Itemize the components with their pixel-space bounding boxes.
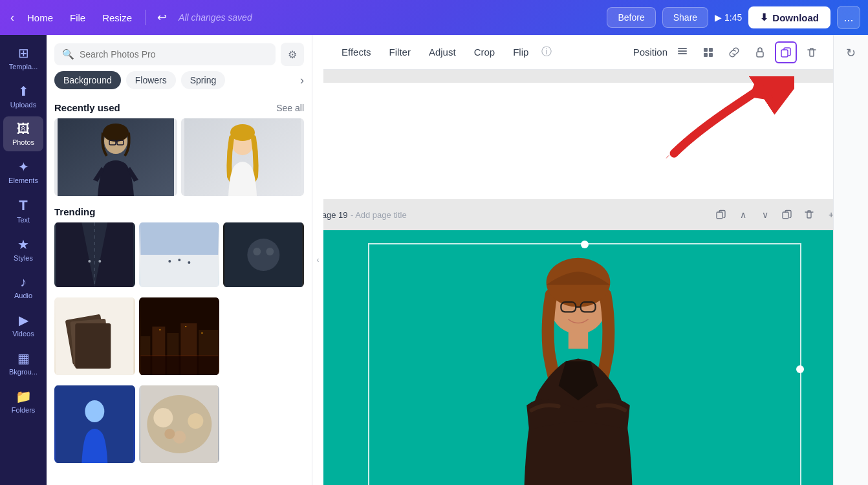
sidebar-item-photos[interactable]: 🖼 Photos bbox=[3, 116, 43, 151]
crop-button[interactable]: Crop bbox=[466, 43, 503, 61]
sidebar-label-background: Bkgrou... bbox=[9, 368, 38, 376]
folders-icon: 📁 bbox=[16, 389, 32, 404]
trending-title: Trending bbox=[54, 206, 95, 217]
see-all-link[interactable]: See all bbox=[276, 103, 304, 113]
adjust-button[interactable]: Adjust bbox=[421, 43, 464, 61]
resize-button[interactable]: Resize bbox=[96, 8, 138, 27]
play-icon[interactable]: ▶ bbox=[715, 12, 722, 23]
filter-button[interactable]: ⚙ bbox=[281, 43, 304, 66]
download-button[interactable]: ⬇ Download bbox=[748, 6, 830, 28]
audio-icon: ♪ bbox=[20, 275, 27, 290]
before-button[interactable]: Before bbox=[607, 7, 655, 28]
page-actions: ∧ ∨ + bbox=[712, 206, 833, 224]
search-input-wrap[interactable]: 🔍 bbox=[54, 43, 276, 65]
page-duplicate-button[interactable] bbox=[712, 206, 730, 224]
sidebar-label-folders: Folders bbox=[12, 406, 36, 414]
layers-icon-button[interactable] bbox=[671, 41, 693, 63]
page-copy-button[interactable] bbox=[778, 206, 796, 224]
recently-used-header: Recently used See all bbox=[54, 102, 304, 113]
recent-photo-1[interactable] bbox=[54, 118, 177, 196]
trending-photo-1[interactable] bbox=[54, 222, 135, 287]
trash-icon-button[interactable] bbox=[801, 41, 823, 63]
main-area: ⊞ Templa... ⬆ Uploads 🖼 Photos ✦ Element… bbox=[0, 35, 868, 485]
page-top bbox=[323, 83, 833, 199]
file-button[interactable]: File bbox=[63, 8, 92, 27]
trending-photo-4[interactable] bbox=[54, 297, 135, 375]
sidebar-label-uploads: Uploads bbox=[10, 101, 36, 109]
tags-scroll-right[interactable]: › bbox=[300, 74, 304, 87]
home-button[interactable]: Home bbox=[21, 8, 60, 27]
trending-photo-5[interactable] bbox=[139, 297, 220, 375]
sidebar-item-templates[interactable]: ⊞ Templa... bbox=[3, 40, 43, 76]
sidebar-label-audio: Audio bbox=[14, 292, 32, 299]
trending-photo-2[interactable] bbox=[139, 222, 220, 287]
effects-button[interactable]: Effects bbox=[334, 43, 379, 61]
download-icon: ⬇ bbox=[760, 12, 768, 23]
uploads-icon: ⬆ bbox=[18, 83, 29, 99]
page-down-button[interactable]: ∨ bbox=[756, 206, 774, 224]
svg-rect-56 bbox=[717, 212, 722, 219]
sidebar-item-text[interactable]: T Text bbox=[3, 192, 43, 229]
videos-icon: ▶ bbox=[19, 312, 28, 328]
svg-rect-45 bbox=[678, 50, 687, 52]
search-input[interactable] bbox=[80, 49, 268, 59]
sidebar-item-audio[interactable]: ♪ Audio bbox=[3, 270, 43, 305]
search-bar: 🔍 ⚙ bbox=[47, 35, 312, 71]
svg-point-17 bbox=[188, 261, 190, 264]
more-options-button[interactable]: ... bbox=[837, 6, 860, 29]
duplicate-icon-button[interactable] bbox=[775, 41, 797, 63]
svg-point-12 bbox=[98, 260, 101, 263]
handle-right-center[interactable] bbox=[796, 365, 804, 373]
flip-button[interactable]: Flip bbox=[505, 43, 536, 61]
svg-point-38 bbox=[85, 400, 104, 422]
back-button[interactable]: ‹ bbox=[8, 8, 17, 27]
grid-icon-button[interactable] bbox=[697, 41, 719, 63]
top-bar: ‹ Home File Resize ↩ All changes saved B… bbox=[0, 0, 868, 35]
canvas-area: Effects Filter Adjust Crop Flip ⓘ Positi… bbox=[323, 35, 833, 485]
svg-rect-48 bbox=[704, 48, 708, 52]
panel-content: Recently used See all bbox=[47, 96, 312, 485]
play-time: ▶ 1:45 bbox=[715, 12, 742, 23]
sidebar-item-elements[interactable]: ✦ Elements bbox=[3, 154, 43, 189]
sidebar-label-templates: Templa... bbox=[9, 63, 38, 70]
sidebar-label-elements: Elements bbox=[8, 177, 38, 184]
photos-icon: 🖼 bbox=[17, 122, 30, 136]
trending-photo-3[interactable] bbox=[223, 222, 304, 287]
sidebar-label-photos: Photos bbox=[12, 138, 34, 146]
svg-rect-35 bbox=[140, 356, 218, 375]
svg-point-41 bbox=[153, 408, 173, 427]
filter-button[interactable]: Filter bbox=[382, 43, 418, 61]
tag-background[interactable]: Background bbox=[54, 71, 121, 89]
collapse-panel-button[interactable]: ‹ bbox=[312, 35, 323, 485]
trending-photo-6[interactable] bbox=[54, 385, 135, 463]
templates-icon: ⊞ bbox=[18, 45, 29, 61]
sidebar-item-folders[interactable]: 📁 Folders bbox=[3, 383, 43, 419]
page-up-button[interactable]: ∧ bbox=[734, 206, 752, 224]
svg-point-15 bbox=[168, 260, 171, 263]
sidebar-item-videos[interactable]: ▶ Videos bbox=[3, 307, 43, 343]
trending-header: Trending bbox=[54, 206, 304, 217]
recently-used-grid bbox=[54, 118, 304, 196]
svg-point-34 bbox=[201, 332, 202, 334]
tag-flowers[interactable]: Flowers bbox=[126, 71, 176, 89]
undo-button[interactable]: ↩ bbox=[152, 8, 172, 27]
page-delete-button[interactable] bbox=[800, 206, 818, 224]
recent-photo-2[interactable] bbox=[181, 118, 304, 196]
trending-photo-7[interactable] bbox=[139, 385, 220, 463]
tag-spring[interactable]: Spring bbox=[181, 71, 225, 89]
page-title-placeholder[interactable]: Add page title bbox=[355, 210, 407, 220]
sidebar-item-uploads[interactable]: ⬆ Uploads bbox=[3, 78, 43, 114]
page-add-button[interactable]: + bbox=[822, 206, 833, 224]
link-icon-button[interactable] bbox=[723, 41, 745, 63]
lock-icon-button[interactable] bbox=[749, 41, 771, 63]
svg-rect-25 bbox=[75, 323, 111, 369]
canvas-page[interactable] bbox=[323, 230, 833, 485]
edit-toolbar-left: Effects Filter Adjust Crop Flip ⓘ bbox=[334, 43, 554, 61]
sidebar-item-background[interactable]: ▦ Bkgrou... bbox=[3, 345, 43, 381]
sidebar-item-styles[interactable]: ★ Styles bbox=[3, 232, 43, 267]
canvas-viewport[interactable]: Page 19 - Add page title ∧ ∨ bbox=[323, 70, 833, 485]
share-button[interactable]: Share bbox=[662, 7, 708, 28]
refresh-tool[interactable]: ↻ bbox=[838, 40, 864, 66]
info-icon[interactable]: ⓘ bbox=[539, 43, 554, 61]
time-display: 1:45 bbox=[724, 12, 742, 23]
